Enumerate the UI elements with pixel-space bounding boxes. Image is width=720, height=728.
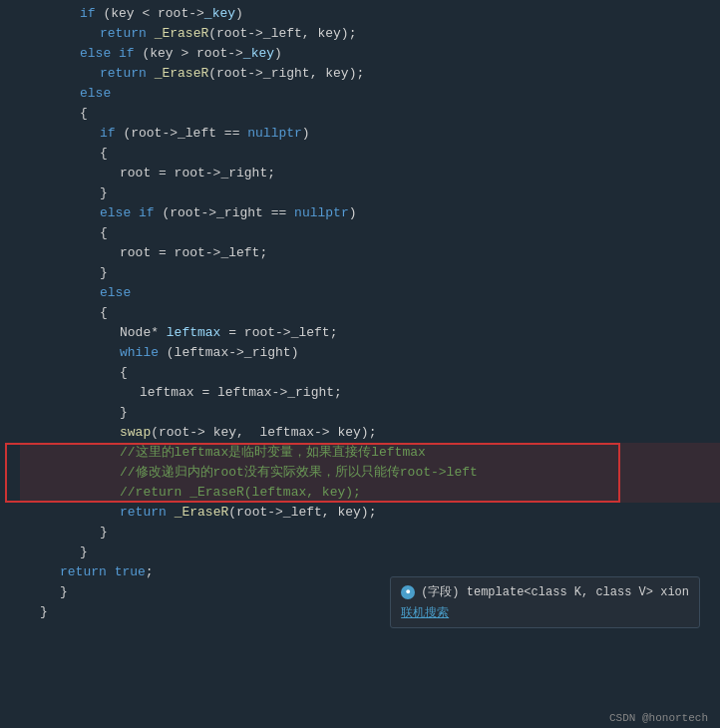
token-plain: (root->_left, key); <box>208 26 356 41</box>
code-line: //return _EraseR(leftmax, key); <box>20 483 720 503</box>
token-fn: swap <box>120 425 151 440</box>
code-line: } <box>20 523 720 543</box>
code-line: { <box>20 363 720 383</box>
token-plain: { <box>80 106 88 121</box>
token-plain: (root->_left == <box>116 126 248 141</box>
token-plain <box>147 26 155 41</box>
code-line: else <box>20 84 720 104</box>
token-kw: else <box>80 46 111 61</box>
code-line: } <box>20 183 720 203</box>
tooltip-link[interactable]: 联机搜索 <box>401 604 689 621</box>
token-kw: return <box>100 66 147 81</box>
code-line: leftmax = leftmax->_right; <box>20 383 720 403</box>
token-plain: (leftmax->_right) <box>159 345 298 360</box>
token-plain: (root-> key, leftmax-> key); <box>151 425 376 440</box>
token-comment: //return _EraseR(leftmax, key); <box>120 485 361 500</box>
token-plain: (root->_right, key); <box>208 66 364 81</box>
token-plain: = root->_left; <box>220 325 337 340</box>
token-comment: //修改递归内的root没有实际效果，所以只能传root->left <box>120 465 478 480</box>
token-plain: (root->_left, key); <box>228 505 376 520</box>
code-line: else if (root->_right == nullptr) <box>20 203 720 223</box>
code-line: //这里的leftmax是临时变量，如果直接传leftmax <box>20 443 720 463</box>
token-kw: return <box>120 505 167 520</box>
tooltip-icon: ● <box>401 585 415 599</box>
token-plain <box>107 564 115 579</box>
code-line: swap(root-> key, leftmax-> key); <box>20 423 720 443</box>
token-plain <box>167 505 175 520</box>
token-plain: } <box>100 185 108 200</box>
token-plain: { <box>100 146 108 161</box>
code-line: root = root->_right; <box>20 164 720 183</box>
tooltip-box: ● (字段) template<class K, class V> xion 联… <box>390 576 700 628</box>
code-line: return _EraseR(root->_right, key); <box>20 64 720 84</box>
token-null-kw: nullptr <box>247 126 302 141</box>
watermark-text: CSDN @honortech <box>609 712 708 724</box>
token-plain: root = root->_right; <box>120 166 275 181</box>
token-plain: Node* <box>120 325 167 340</box>
token-id: leftmax <box>167 325 221 340</box>
code-line: else <box>20 283 720 303</box>
code-line: { <box>20 223 720 243</box>
token-id: _key <box>243 46 274 61</box>
token-kw: if <box>100 126 116 141</box>
token-plain: { <box>120 365 128 380</box>
code-line: //修改递归内的root没有实际效果，所以只能传root->left <box>20 463 720 483</box>
token-kw: return <box>60 564 107 579</box>
token-plain: ) <box>235 6 243 21</box>
token-plain: ) <box>302 126 310 141</box>
token-plain: ) <box>349 205 357 220</box>
code-line: while (leftmax->_right) <box>20 343 720 363</box>
code-line: { <box>20 144 720 164</box>
code-line: { <box>20 104 720 124</box>
token-plain: leftmax = leftmax->_right; <box>140 385 342 400</box>
token-kw: while <box>120 345 159 360</box>
code-line: if (root->_left == nullptr) <box>20 124 720 144</box>
code-line: { <box>20 303 720 323</box>
token-kw: else <box>100 285 131 300</box>
code-editor: if (key < root->_key)return _EraseR(root… <box>0 0 720 728</box>
code-line: Node* leftmax = root->_left; <box>20 323 720 343</box>
token-plain: } <box>100 525 108 540</box>
code-line: } <box>20 263 720 283</box>
token-kw: if <box>119 46 135 61</box>
token-plain: (key < root-> <box>96 6 204 21</box>
token-plain: } <box>120 405 128 420</box>
token-fn: _EraseR <box>175 505 229 520</box>
token-plain: ; <box>146 564 154 579</box>
token-plain: } <box>100 265 108 280</box>
token-plain: } <box>60 584 68 599</box>
token-kw: else <box>100 205 131 220</box>
tooltip-header: ● (字段) template<class K, class V> xion <box>401 583 689 600</box>
token-fn: _EraseR <box>155 26 209 41</box>
token-plain: (key > root-> <box>135 46 243 61</box>
token-plain: } <box>40 604 48 619</box>
token-plain: } <box>80 545 88 559</box>
token-kw: true <box>115 564 146 579</box>
code-line: return _EraseR(root->_left, key); <box>20 503 720 523</box>
token-kw: if <box>80 6 96 21</box>
tooltip-text: (字段) template<class K, class V> xion <box>421 583 689 600</box>
token-comment: //这里的leftmax是临时变量，如果直接传leftmax <box>120 445 426 460</box>
code-line: } <box>20 543 720 562</box>
token-plain: root = root->_left; <box>120 245 267 260</box>
token-plain <box>147 66 155 81</box>
token-id: _key <box>204 6 235 21</box>
token-plain: { <box>100 305 108 320</box>
code-line: if (key < root->_key) <box>20 4 720 24</box>
code-line: return _EraseR(root->_left, key); <box>20 24 720 44</box>
token-plain <box>111 46 119 61</box>
token-fn: _EraseR <box>155 66 209 81</box>
token-plain: ) <box>274 46 282 61</box>
token-null-kw: nullptr <box>294 205 349 220</box>
code-lines: if (key < root->_key)return _EraseR(root… <box>0 0 720 626</box>
token-plain: (root->_right == <box>155 205 294 220</box>
token-kw: if <box>139 205 155 220</box>
code-line: } <box>20 403 720 423</box>
code-line: root = root->_left; <box>20 243 720 263</box>
code-line: else if (key > root->_key) <box>20 44 720 64</box>
token-kw: else <box>80 86 111 101</box>
token-plain <box>131 205 139 220</box>
token-plain: { <box>100 225 108 240</box>
token-kw: return <box>100 26 147 41</box>
watermark-bar: CSDN @honortech <box>597 708 720 728</box>
